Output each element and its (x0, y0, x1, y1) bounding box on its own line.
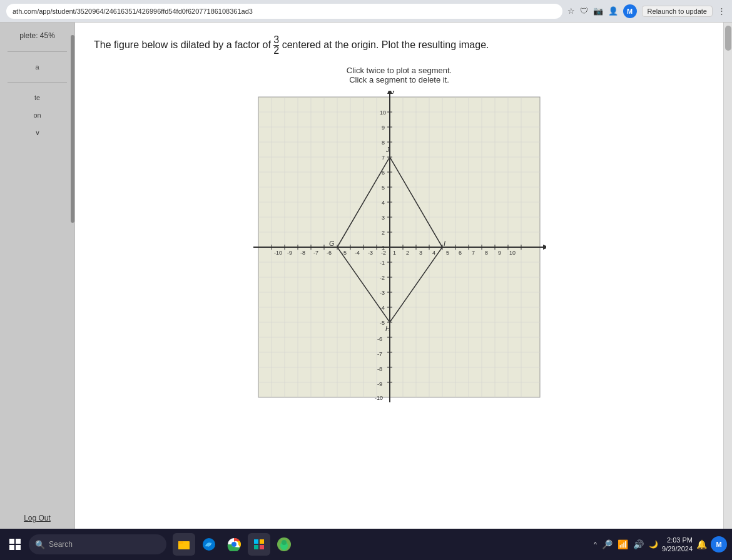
svg-text:-1: -1 (380, 260, 385, 266)
svg-text:-2: -2 (380, 275, 385, 281)
taskbar-account-icon[interactable]: M (711, 536, 727, 552)
svg-text:2: 2 (382, 230, 385, 236)
url-text: ath.com/app/student/3520964/24616351/426… (13, 8, 253, 15)
instruction-line2: Click a segment to delete it. (94, 75, 704, 84)
svg-text:10: 10 (380, 109, 386, 116)
clock-date: 9/29/2024 (662, 544, 693, 553)
fraction: 3 2 (273, 35, 279, 56)
svg-text:5: 5 (382, 185, 385, 191)
sidebar-divider-1 (8, 51, 67, 52)
system-clock[interactable]: 2:03 PM 9/29/2024 (662, 536, 693, 554)
svg-text:-6: -6 (327, 250, 332, 256)
svg-text:3: 3 (419, 250, 422, 256)
svg-point-129 (282, 540, 287, 545)
logout-link[interactable]: Log Out (24, 514, 51, 522)
instruction-line1: Click twice to plot a segment. (94, 66, 704, 75)
svg-text:6: 6 (459, 250, 462, 256)
svg-text:5: 5 (446, 250, 449, 256)
taskbar-app-icons (173, 533, 295, 556)
svg-rect-118 (178, 543, 190, 549)
sidebar-item-te[interactable]: te (29, 91, 45, 104)
svg-text:10: 10 (509, 250, 516, 256)
svg-text:-3: -3 (380, 290, 385, 296)
svg-rect-126 (260, 545, 264, 549)
taskbar-file-explorer[interactable] (173, 533, 195, 556)
svg-text:-9: -9 (287, 250, 292, 256)
svg-text:4: 4 (432, 250, 435, 256)
tray-power-saver[interactable]: 🌙 (649, 540, 658, 549)
sidebar: plete: 45% a te on ∨ Log Out (0, 23, 75, 529)
sidebar-collapse-arrow[interactable]: ∨ (30, 126, 45, 140)
svg-text:2: 2 (406, 250, 409, 256)
svg-text:-7: -7 (377, 351, 382, 357)
tray-lens[interactable]: 🔎 (602, 539, 613, 549)
svg-text:9: 9 (382, 125, 385, 131)
sidebar-scroll-indicator (71, 35, 74, 223)
search-placeholder: Search (49, 540, 73, 549)
taskbar-app1[interactable] (248, 533, 270, 556)
account-icon[interactable]: M (623, 4, 637, 18)
svg-text:-8: -8 (300, 250, 305, 256)
svg-text:1: 1 (382, 245, 385, 251)
notification-bell[interactable]: 🔔 (696, 539, 707, 549)
coordinate-graph[interactable]: x y -10 -9 -8 -7 -6 -5 -4 -3 -2 1 2 3 (252, 91, 546, 404)
taskbar-chrome[interactable] (223, 533, 245, 556)
screenshot-icon[interactable]: 📷 (593, 6, 603, 16)
tray-arrow[interactable]: ^ (594, 541, 597, 548)
label-h: H (385, 325, 390, 332)
clock-time: 2:03 PM (662, 536, 693, 544)
sidebar-divider-2 (8, 82, 67, 83)
svg-text:1: 1 (393, 250, 396, 256)
svg-text:4: 4 (382, 200, 385, 206)
svg-text:-6: -6 (377, 336, 382, 342)
svg-text:-5: -5 (380, 320, 385, 326)
svg-text:7: 7 (382, 155, 385, 161)
scrollbar[interactable] (723, 23, 732, 529)
main-container: plete: 45% a te on ∨ Log Out The figure … (0, 23, 732, 529)
star-icon[interactable]: ☆ (567, 6, 575, 16)
svg-text:-7: -7 (313, 250, 318, 256)
url-bar: ath.com/app/student/3520964/24616351/426… (6, 4, 562, 19)
label-i: I (444, 240, 445, 247)
taskbar-right-area: ^ 🔎 📶 🔊 🌙 2:03 PM 9/29/2024 🔔 M (594, 536, 727, 554)
label-g: G (329, 240, 335, 247)
browser-icons: ☆ 🛡 📷 👤 M Relaunch to update ⋮ (567, 4, 726, 18)
relaunch-button[interactable]: Relaunch to update (642, 6, 713, 17)
taskbar-edge[interactable] (198, 533, 220, 556)
svg-rect-123 (254, 539, 258, 544)
svg-rect-124 (260, 539, 264, 544)
y-axis-label: y (392, 91, 395, 94)
sidebar-item-on[interactable]: on (28, 109, 46, 121)
svg-text:-10: -10 (375, 395, 383, 401)
graph-wrapper[interactable]: x y -10 -9 -8 -7 -6 -5 -4 -3 -2 1 2 3 (94, 91, 704, 404)
svg-rect-125 (254, 545, 258, 549)
svg-text:-9: -9 (377, 381, 382, 387)
sidebar-item-a[interactable]: a (30, 61, 44, 73)
start-button[interactable] (5, 534, 25, 554)
profile-icon[interactable]: 👤 (608, 6, 618, 16)
browser-bar: ath.com/app/student/3520964/24616351/426… (0, 0, 732, 23)
system-tray: ^ 🔎 📶 🔊 🌙 (594, 539, 658, 549)
tray-volume[interactable]: 🔊 (633, 539, 644, 549)
svg-text:7: 7 (472, 250, 475, 256)
tray-wifi[interactable]: 📶 (618, 539, 628, 549)
svg-text:-4: -4 (355, 250, 360, 256)
svg-text:8: 8 (382, 140, 385, 146)
scrollbar-thumb[interactable] (725, 26, 731, 51)
svg-rect-119 (178, 541, 183, 544)
taskbar: 🔍 Search ^ 🔎 📶 🔊 🌙 2:03 PM 9/29/2024 (0, 529, 732, 560)
progress-label: plete: 45% (17, 29, 58, 43)
label-j: J (385, 146, 390, 153)
shield-icon[interactable]: 🛡 (580, 6, 588, 16)
content-area: The figure below is dilated by a factor … (75, 23, 723, 529)
menu-icon[interactable]: ⋮ (718, 6, 726, 16)
search-icon: 🔍 (35, 540, 45, 549)
instructions: Click twice to plot a segment. Click a s… (94, 66, 704, 84)
svg-text:8: 8 (485, 250, 488, 256)
svg-text:-4: -4 (380, 305, 385, 311)
svg-text:-3: -3 (368, 250, 373, 256)
svg-text:-8: -8 (377, 366, 382, 372)
svg-text:9: 9 (498, 250, 501, 256)
taskbar-search[interactable]: 🔍 Search (29, 534, 166, 554)
taskbar-gecko-app[interactable] (273, 533, 295, 556)
